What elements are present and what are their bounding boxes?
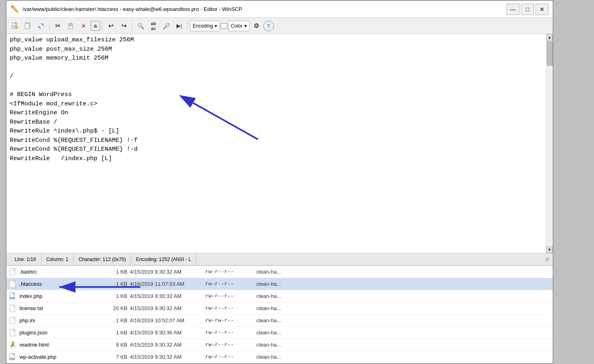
file-row[interactable]: .htaccess1 KB4/16/2019 11:07:53 AMrw-r--… — [6, 278, 553, 290]
editor-line-13: RewriteCond %{REQUEST_FILENAME} !-d — [10, 145, 543, 154]
window-title: /var/www/public/clean-hamster/.htaccess … — [23, 6, 242, 12]
new-button[interactable] — [9, 20, 21, 32]
file-row[interactable]: PHP wp-activate.php7 KB4/15/2019 9:30:32… — [6, 351, 553, 363]
editor-line-14: RewriteRule /index.php [L] — [10, 154, 543, 164]
file-list: .bashrc1 KB4/15/2019 9:30:32 AMrw-r--r--… — [6, 265, 553, 363]
title-bar: ✏️ /var/www/public/clean-hamster/.htacce… — [6, 1, 553, 18]
file-row[interactable]: license.txt20 KB4/15/2019 9:30:32 AMrw-r… — [6, 302, 553, 315]
file-name: .htaccess — [19, 281, 101, 287]
file-name: license.txt — [19, 305, 101, 311]
editor-line-11: RewriteRule ^index\.php$ - [L] — [10, 127, 543, 136]
column-indicator: Column: 1 — [46, 257, 69, 262]
file-row[interactable]: PHP index.php1 KB4/15/2019 9:30:32 AMrw-… — [6, 290, 553, 302]
find-button[interactable]: 🔍 — [134, 20, 146, 32]
file-date: 4/15/2019 9:30:32 AM — [130, 293, 203, 299]
line-indicator: Line: 1/16 — [15, 257, 36, 262]
editor-text-area[interactable]: php_value upload_max_filesize 256Mphp_va… — [6, 34, 546, 253]
svg-rect-11 — [69, 23, 72, 25]
file-owner: clean-ha... — [256, 281, 550, 287]
toolbar: ✂ ✕ a ↩ ↪ 🔍 abac 🔎 ▶| Encoding ▾ Co — [6, 18, 553, 34]
file-date: 4/16/2019 11:07:53 AM — [130, 281, 203, 287]
file-name: php.ini — [19, 317, 101, 323]
editor-line-10: RewriteBase / — [10, 118, 543, 127]
character-indicator: Character: 112 (0x70) — [78, 257, 126, 262]
refresh-icon — [37, 22, 45, 30]
file-size: 1 KB — [103, 330, 127, 336]
copy-icon — [24, 22, 32, 30]
status-line: Line: 1/16 — [10, 253, 41, 265]
select-all-button[interactable]: a — [90, 21, 100, 31]
file-icon — [9, 341, 17, 349]
file-date: 4/15/2019 9:30:32 AM — [130, 342, 203, 348]
status-encoding: Encoding: 1252 (ANSI - L — [131, 253, 196, 265]
color-swatch — [221, 23, 227, 29]
refresh-button[interactable] — [35, 20, 47, 32]
file-permissions: rw-r--r-- — [205, 269, 254, 275]
separator-1 — [49, 21, 50, 30]
file-size: 1 KB — [103, 269, 127, 275]
main-window: ✏️ /var/www/public/clean-hamster/.htacce… — [6, 0, 553, 364]
title-icon: ✏️ — [11, 5, 19, 14]
editor-line-7: # BEGIN WordPress — [10, 90, 543, 100]
file-name: plugins.json — [19, 330, 101, 336]
editor-container: php_value upload_max_filesize 256Mphp_va… — [6, 34, 553, 265]
undo-button[interactable]: ↩ — [105, 20, 117, 32]
file-date: 4/15/2019 9:30:32 AM — [130, 354, 203, 360]
file-size: 7 KB — [103, 354, 127, 360]
file-owner: clean-ha... — [256, 269, 550, 275]
status-character: Character: 112 (0x70) — [73, 253, 131, 265]
file-size: 1 KB — [103, 317, 127, 323]
file-date: 4/15/2019 9:30:32 AM — [130, 269, 203, 275]
scroll-thumb[interactable] — [547, 41, 553, 66]
maximize-button[interactable]: □ — [521, 4, 534, 15]
find-replace-button[interactable]: abac — [147, 20, 159, 32]
minimize-button[interactable]: — — [506, 4, 519, 15]
paste-button[interactable] — [65, 20, 77, 32]
delete-button[interactable]: ✕ — [77, 20, 90, 32]
svg-rect-7 — [25, 24, 29, 29]
encoding-dropdown[interactable]: Encoding ▾ — [190, 21, 220, 31]
file-date: 4/16/2019 10:52:07 AM — [130, 317, 203, 323]
scroll-up-button[interactable]: ▲ — [547, 34, 553, 41]
file-permissions: rw-r--r-- — [205, 330, 254, 336]
settings-button[interactable]: ⚙ — [250, 20, 263, 32]
file-date: 4/15/2019 9:30:36 AM — [130, 330, 203, 336]
file-icon — [9, 280, 17, 288]
file-icon — [9, 268, 17, 276]
file-icon: PHP — [9, 293, 17, 300]
scroll-down-button[interactable]: ▼ — [547, 246, 553, 253]
file-name: index.php — [19, 293, 101, 299]
go-to-line-button[interactable]: ▶| — [173, 20, 185, 32]
file-size: 20 KB — [103, 305, 127, 311]
cut-button[interactable]: ✂ — [52, 20, 64, 32]
file-owner: clean-ha... — [256, 330, 550, 336]
help-button[interactable]: ? — [263, 21, 274, 31]
file-row[interactable]: plugins.json1 KB4/15/2019 9:30:36 AMrw-r… — [6, 327, 553, 339]
file-permissions: rw-r--r-- — [205, 293, 254, 299]
color-dropdown[interactable]: Color ▾ — [228, 21, 250, 31]
copy-button[interactable] — [22, 20, 34, 32]
separator-2 — [102, 21, 103, 30]
file-row[interactable]: .bashrc1 KB4/15/2019 9:30:32 AMrw-r--r--… — [6, 266, 553, 278]
separator-3 — [132, 21, 132, 30]
redo-button[interactable]: ↪ — [118, 20, 130, 32]
close-button[interactable]: ✕ — [536, 4, 549, 15]
file-icon — [9, 317, 17, 324]
file-icon — [9, 329, 17, 336]
editor-line-5: / — [10, 72, 543, 81]
file-name: .bashrc — [19, 269, 101, 275]
vertical-scrollbar[interactable]: ▲ ▼ — [546, 34, 553, 253]
svg-text:PHP: PHP — [11, 297, 14, 299]
status-column: Column: 1 — [41, 253, 74, 265]
file-icon: PHP — [9, 353, 17, 361]
file-row[interactable]: readme.html8 KB4/15/2019 9:30:32 AMrw-r-… — [6, 339, 553, 351]
file-owner: clean-ha... — [256, 342, 550, 348]
file-owner: clean-ha... — [256, 293, 550, 299]
find-next-button[interactable]: 🔎 — [160, 20, 172, 32]
file-row[interactable]: php.ini1 KB4/16/2019 10:52:07 AMrw-rw-r-… — [6, 315, 553, 327]
encoding-label: Encoding — [193, 23, 213, 29]
file-size: 1 KB — [103, 281, 127, 287]
editor-content: php_value upload_max_filesize 256Mphp_va… — [6, 34, 553, 253]
file-date: 4/15/2019 9:30:32 AM — [130, 305, 203, 311]
file-icon — [9, 305, 17, 312]
